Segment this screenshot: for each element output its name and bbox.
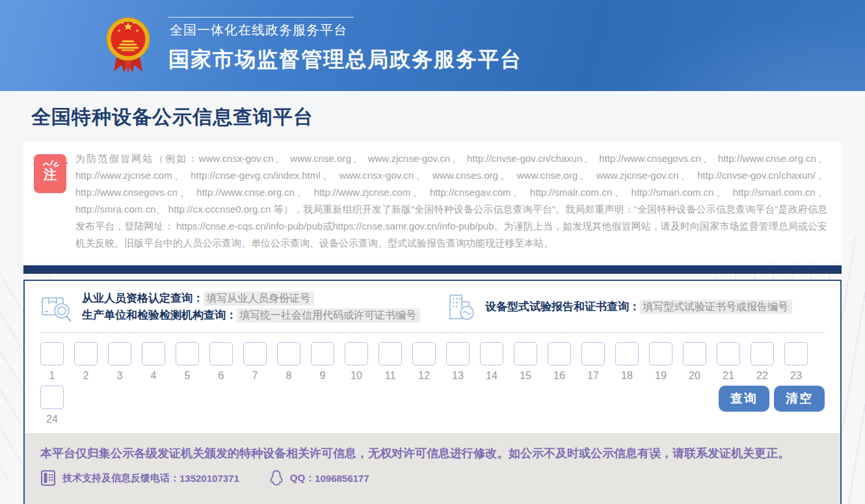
char-box-cell: 16 <box>548 342 571 382</box>
person-query-label: 从业人员资格认定查询： <box>82 292 204 304</box>
char-input-box[interactable] <box>209 342 233 365</box>
fax-phone-icon <box>40 470 56 486</box>
char-input-box[interactable] <box>514 342 537 365</box>
char-input-box[interactable] <box>142 342 165 365</box>
char-input-box[interactable] <box>480 342 503 365</box>
qq-label: QQ： <box>290 472 315 484</box>
unit-query-label: 生产单位和检验检测机构查询： <box>82 309 237 321</box>
type-test-query-line: 设备型式试验报告和证书查询：填写型式试验证书号或报告编号 <box>485 299 792 314</box>
char-input-box[interactable] <box>108 342 131 365</box>
char-input-box[interactable] <box>412 342 436 365</box>
char-box-cell: 3 <box>108 342 131 382</box>
char-input-box[interactable] <box>581 342 605 365</box>
query-button[interactable]: 查询 <box>719 386 769 412</box>
phone-label: 技术支持及信息反馈电话： <box>62 472 180 484</box>
char-box-row-1: 1234567891011121314151617181920212223 <box>40 342 825 382</box>
phone-number: 13520107371 <box>180 473 239 484</box>
person-unit-query-group: 从业人员资格认定查询：填写从业人员身份证号 生产单位和检验检测机构查询：填写统一… <box>40 289 420 325</box>
char-input-box[interactable] <box>615 342 639 365</box>
person-query-hint: 填写从业人员身份证号 <box>204 291 314 306</box>
char-box-cell: 6 <box>209 342 233 382</box>
char-box-cell: 12 <box>412 342 436 382</box>
site-header: 全国一体化在线政务服务平台 国家市场监督管理总局政务服务平台 <box>0 0 865 91</box>
char-box-cell: 10 <box>345 342 368 382</box>
char-box-cell: 15 <box>514 342 537 382</box>
char-input-box[interactable] <box>345 342 368 365</box>
char-box-cell: 11 <box>379 342 402 382</box>
page-title: 全国特种设备公示信息查询平台 <box>0 91 865 141</box>
char-box-number: 8 <box>277 370 300 382</box>
qq-number: 1096856177 <box>315 473 369 484</box>
panel-footer: 本平台仅归集公示各级发证机关颁发的特种设备相关许可信息，无权对许可信息进行修改。… <box>25 433 840 504</box>
char-box-cell: 20 <box>683 342 706 382</box>
char-input-box[interactable] <box>784 342 808 365</box>
type-test-query-group: 设备型式试验报告和证书查询：填写型式试验证书号或报告编号 <box>446 289 825 325</box>
char-box-cell: 9 <box>311 342 334 382</box>
char-box-cell: 18 <box>615 342 639 382</box>
char-box-number: 2 <box>74 370 98 382</box>
char-box-number: 17 <box>581 370 605 382</box>
char-input-box[interactable] <box>683 342 706 365</box>
char-input-box[interactable] <box>379 342 402 365</box>
char-box-cell: 22 <box>751 342 774 382</box>
char-box-number: 16 <box>548 370 571 382</box>
char-box-number: 21 <box>717 370 740 382</box>
char-box-cell: 13 <box>446 342 470 382</box>
char-input-box[interactable] <box>751 342 774 365</box>
type-test-query-label: 设备型式试验报告和证书查询： <box>485 300 640 313</box>
char-box-number: 4 <box>142 370 165 382</box>
disclaimer-text: 本平台仅归集公示各级发证机关颁发的特种设备相关许可信息，无权对许可信息进行修改。… <box>40 444 825 463</box>
char-box-number: 5 <box>176 370 199 382</box>
char-input-box[interactable] <box>277 342 300 365</box>
char-box-cell: 24 <box>40 386 64 425</box>
national-platform-label: 全国一体化在线政务服务平台 <box>168 17 354 40</box>
char-input-box[interactable] <box>548 342 571 365</box>
section-divider-bar <box>23 265 842 274</box>
char-box-number: 18 <box>615 370 639 382</box>
package-search-icon <box>40 291 73 323</box>
char-box-cell: 21 <box>717 342 740 382</box>
char-box-number: 12 <box>412 370 436 382</box>
note-badge-label: 注 <box>34 168 66 181</box>
char-input-box[interactable] <box>243 342 267 365</box>
char-box-cell: 5 <box>176 342 199 382</box>
char-input-box[interactable] <box>40 386 64 409</box>
char-box-row-2: 24 查询 清空 <box>40 386 825 425</box>
char-input-box[interactable] <box>311 342 334 365</box>
char-box-number: 10 <box>345 370 368 382</box>
char-input-box[interactable] <box>717 342 740 365</box>
code-input-area: 1234567891011121314151617181920212223 24… <box>25 333 840 425</box>
char-box-number: 3 <box>108 370 131 382</box>
char-box-number: 19 <box>649 370 672 382</box>
char-box-cell: 7 <box>243 342 267 382</box>
char-box-number: 6 <box>209 370 233 382</box>
char-box-cell: 2 <box>74 342 98 382</box>
char-input-box[interactable] <box>446 342 470 365</box>
char-box-number: 13 <box>446 370 470 382</box>
clear-button[interactable]: 清空 <box>774 386 825 412</box>
char-box-cell: 8 <box>277 342 300 382</box>
note-badge-icon: 注 <box>34 154 66 193</box>
unit-query-line: 生产单位和检验检测机构查询：填写统一社会信用代码或许可证书编号 <box>82 308 420 323</box>
char-input-box[interactable] <box>176 342 199 365</box>
char-box-number: 15 <box>514 370 537 382</box>
char-input-box[interactable] <box>40 342 64 365</box>
char-box-number: 11 <box>379 370 402 382</box>
char-box-number: 24 <box>40 414 64 425</box>
person-query-line: 从业人员资格认定查询：填写从业人员身份证号 <box>82 291 420 306</box>
char-box-cell: 1 <box>40 342 64 382</box>
char-box-cell: 4 <box>142 342 165 382</box>
national-emblem-icon <box>106 13 150 78</box>
char-box-number: 22 <box>751 370 774 382</box>
char-input-box[interactable] <box>74 342 98 365</box>
site-title: 国家市场监督管理总局政务服务平台 <box>168 46 522 74</box>
char-input-box[interactable] <box>649 342 672 365</box>
char-box-cell: 17 <box>581 342 605 382</box>
char-box-cell: 14 <box>480 342 503 382</box>
char-box-number: 1 <box>40 370 64 382</box>
char-box-number: 14 <box>480 370 503 382</box>
char-box-number: 7 <box>243 370 267 382</box>
query-panel: 从业人员资格认定查询：填写从业人员身份证号 生产单位和检验检测机构查询：填写统一… <box>23 280 842 504</box>
unit-query-hint: 填写统一社会信用代码或许可证书编号 <box>237 308 420 323</box>
char-box-cell: 23 <box>784 342 808 382</box>
